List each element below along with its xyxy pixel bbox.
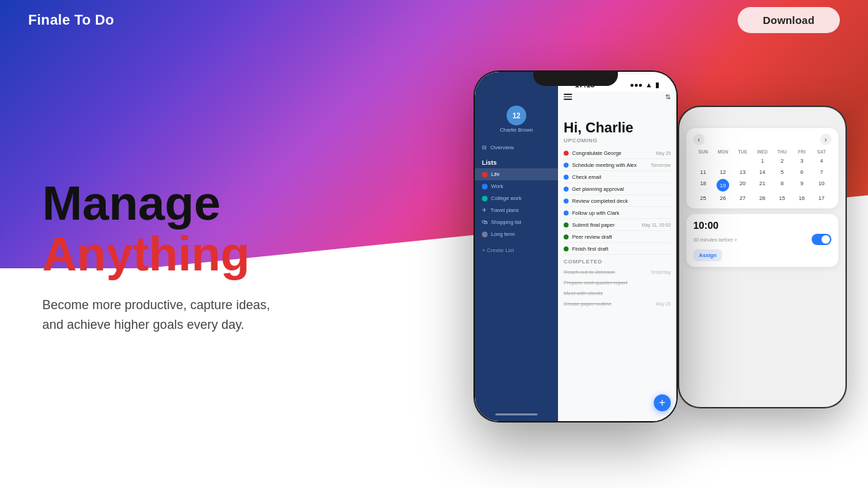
- navbar: Finale To Do Download: [0, 0, 868, 39]
- hero-subheadline: Become more productive, capture ideas,an…: [42, 296, 324, 335]
- sidebar-lists-label: Lists: [475, 155, 558, 168]
- phone-notch: [533, 70, 618, 86]
- overview-icon: ⊟: [482, 144, 487, 151]
- task-dot: [564, 234, 569, 239]
- hero-content: Manage Anything Become more productive, …: [0, 39, 478, 488]
- greeting-text: Hi, Charlie: [564, 120, 671, 134]
- completed-label: Completed: [564, 258, 671, 265]
- create-list-button[interactable]: + Create List: [475, 243, 558, 258]
- sidebar-item-overview[interactable]: ⊟ Overview: [475, 140, 558, 155]
- completed-task: Reach out to Johnson Yesterday: [564, 267, 671, 277]
- headline-word1: Manage: [42, 176, 221, 230]
- download-button[interactable]: Download: [738, 7, 840, 33]
- task-dot: [564, 187, 569, 192]
- sidebar-item-work[interactable]: Work: [475, 180, 558, 192]
- list-dot-work: [482, 184, 488, 189]
- app-logo: Finale To Do: [28, 12, 114, 28]
- wifi-icon: ▲: [645, 81, 652, 89]
- phone-back-screen: ‹ › SUN MON TUE WED THU FRI SAT: [679, 107, 845, 407]
- completed-task: Prepare next quarter report: [564, 277, 671, 288]
- sidebar-item-college-work[interactable]: College work: [475, 192, 558, 204]
- status-icons: ●●● ▲ ▮: [630, 81, 659, 89]
- phone-back: ‹ › SUN MON TUE WED THU FRI SAT: [678, 106, 847, 408]
- list-dot-life: [482, 172, 488, 177]
- add-task-button[interactable]: +: [654, 394, 671, 411]
- task-item[interactable]: Get planning approval: [564, 183, 671, 195]
- sidebar-item-travel-plans[interactable]: ✈ Travel plans: [475, 204, 558, 216]
- calendar-nav: ‹ ›: [693, 134, 831, 145]
- task-dot: [564, 211, 569, 215]
- main-topbar: ⇅: [564, 92, 671, 101]
- battery-icon: ▮: [655, 81, 659, 89]
- task-item[interactable]: Congratulate George May 29: [564, 147, 671, 159]
- sidebar-item-shopping[interactable]: 🛍 Shopping list: [475, 216, 558, 228]
- upcoming-label: Upcoming: [564, 137, 671, 144]
- task-dot: [564, 223, 569, 227]
- toggle-switch[interactable]: [812, 234, 831, 245]
- completed-task: Create paper outline May 26: [564, 299, 671, 309]
- sort-icon[interactable]: ⇅: [665, 93, 671, 101]
- phones-area: 12 Charlie Brown ⊟ Overview Lists Life W…: [410, 42, 868, 488]
- task-dot: [564, 246, 569, 251]
- task-dot: [564, 163, 569, 168]
- calendar-prev[interactable]: ‹: [693, 134, 705, 145]
- headline-word2: Anything: [42, 227, 250, 280]
- phone-screen: 12 Charlie Brown ⊟ Overview Lists Life W…: [475, 72, 676, 421]
- task-dot: [564, 175, 569, 180]
- home-indicator: [495, 413, 538, 415]
- list-dot-college: [482, 196, 488, 201]
- sidebar-item-life[interactable]: Life: [475, 168, 558, 180]
- task-dot: [564, 151, 569, 156]
- task-item[interactable]: Finish first draft: [564, 243, 671, 255]
- list-dot-long: [482, 232, 488, 237]
- event-toggle-row: 30 minutes before >: [693, 234, 831, 245]
- calendar-card: ‹ › SUN MON TUE WED THU FRI SAT: [686, 128, 838, 208]
- task-dot: [564, 199, 569, 204]
- main-panel: 17:15 ●●● ▲ ▮ ⇅ Hi, Charl: [558, 72, 676, 421]
- sidebar-item-long-term[interactable]: Long term: [475, 228, 558, 240]
- reminder-text: 30 minutes before >: [693, 237, 737, 242]
- task-item[interactable]: Follow up with Clark: [564, 207, 671, 219]
- calendar-grid: 1 2 3 4 11 12 13 14 5 6 7 18 19 20 21: [693, 156, 831, 203]
- sidebar-username: Charlie Brown: [475, 127, 558, 133]
- hero-headline: Manage Anything: [42, 178, 435, 279]
- phone-front: 12 Charlie Brown ⊟ Overview Lists Life W…: [473, 70, 678, 423]
- sidebar: 12 Charlie Brown ⊟ Overview Lists Life W…: [475, 72, 558, 421]
- calendar-headers: SUN MON TUE WED THU FRI SAT: [693, 149, 831, 154]
- avatar: 12: [507, 106, 526, 125]
- task-item[interactable]: Submit final paper May 31, 09:00: [564, 219, 671, 231]
- menu-icon[interactable]: [564, 94, 572, 100]
- shopping-icon: 🛍: [482, 219, 488, 225]
- event-card: 10:00 30 minutes before > Assign: [686, 214, 838, 267]
- assign-button[interactable]: Assign: [693, 249, 722, 261]
- travel-icon: ✈: [482, 207, 487, 213]
- signal-icon: ●●●: [630, 81, 643, 89]
- event-time: 10:00: [693, 220, 831, 231]
- completed-task: Meet with clients: [564, 288, 671, 299]
- task-item[interactable]: Schedule meeting with Alex Tomorrow: [564, 159, 671, 171]
- calendar-next[interactable]: ›: [820, 134, 831, 145]
- task-item[interactable]: Peer review draft: [564, 231, 671, 243]
- task-item[interactable]: Check email: [564, 171, 671, 183]
- task-item[interactable]: Review completed deck: [564, 195, 671, 207]
